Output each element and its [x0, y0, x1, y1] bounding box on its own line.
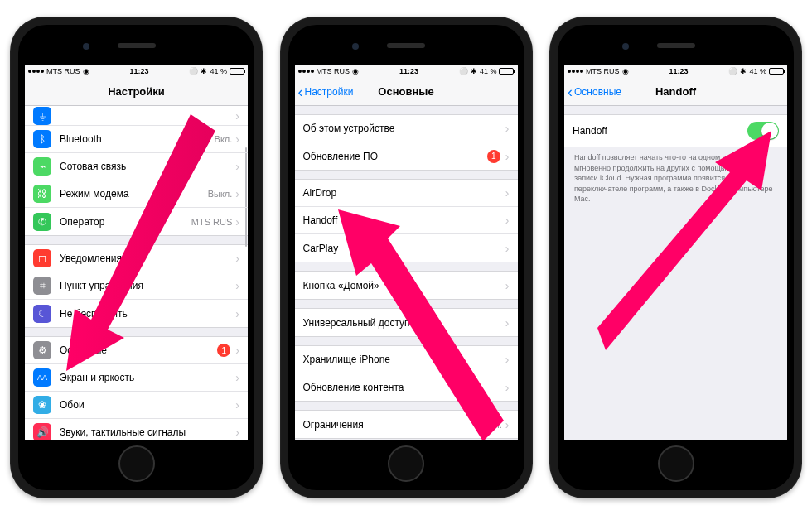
- battery-icon: [769, 68, 784, 75]
- status-time: 11:23: [669, 67, 688, 75]
- row-label: Уведомления: [60, 253, 235, 264]
- status-bar: MTS RUS ◉ 11:23 ⚪ ✱ 41 %: [295, 65, 518, 78]
- row-notifications[interactable]: ◻ Уведомления ›: [25, 245, 248, 272]
- chevron-right-icon: ›: [235, 160, 239, 173]
- back-label: Основные: [574, 86, 621, 98]
- chevron-right-icon: ›: [235, 398, 239, 412]
- bezel: MTS RUS ◉ 11:23 ⚪ ✱ 41 % Настройки ⏚: [18, 25, 254, 490]
- row-label: Handoff: [303, 214, 505, 226]
- row-label: Звуки, тактильные сигналы: [60, 426, 235, 438]
- row-label: Bluetooth: [60, 133, 215, 145]
- row-handoff[interactable]: Handoff ›: [295, 207, 518, 234]
- wifi-icon: ◉: [622, 67, 629, 75]
- row-label: Пункт управления: [60, 280, 235, 291]
- back-button[interactable]: ‹ Настройки: [298, 84, 354, 99]
- status-time: 11:23: [129, 67, 148, 75]
- chevron-right-icon: ›: [235, 187, 239, 200]
- bluetooth-icon: ⚪: [728, 67, 737, 75]
- row-display[interactable]: AA Экран и яркость ›: [25, 364, 248, 392]
- screen-handoff: MTS RUS ◉ 11:23 ⚪ ✱ 41 % ‹ Основные Hand…: [564, 65, 787, 440]
- chevron-right-icon: ›: [235, 279, 239, 292]
- chevron-right-icon: ›: [235, 215, 239, 229]
- row-restrictions[interactable]: Ограничения Выкл. ›: [295, 411, 518, 438]
- front-camera: [622, 43, 629, 50]
- row-storage[interactable]: Хранилище iPhone ›: [295, 346, 518, 373]
- back-button[interactable]: ‹ Основные: [568, 84, 621, 99]
- row-hotspot[interactable]: ⛓ Режим модема Выкл. ›: [25, 180, 248, 208]
- phone-icon: ✆: [33, 213, 51, 231]
- row-label: Ограничения: [303, 419, 478, 431]
- moon-icon: ☾: [33, 305, 51, 323]
- handoff-toggle[interactable]: [747, 122, 779, 140]
- row-control-center[interactable]: ⌗ Пункт управления ›: [25, 272, 248, 300]
- row-carrier[interactable]: ✆ Оператор MTS RUS ›: [25, 208, 248, 235]
- speaker-slot: [387, 43, 425, 48]
- signal-icon: [568, 70, 583, 73]
- phone-2: MTS RUS ◉ 11:23 ⚪ ✱ 41 % ‹ Настройки Осн…: [280, 17, 533, 498]
- row-wallpaper[interactable]: ❀ Обои ›: [25, 392, 248, 419]
- status-bar: MTS RUS ◉ 11:23 ⚪ ✱ 41 %: [564, 65, 787, 78]
- status-bar: MTS RUS ◉ 11:23 ⚪ ✱ 41 %: [25, 65, 248, 78]
- row-label: Обновление контента: [303, 382, 505, 393]
- chevron-right-icon: ›: [505, 418, 510, 431]
- back-label: Настройки: [305, 86, 354, 98]
- front-camera: [83, 43, 89, 50]
- antenna-icon: ⌁: [33, 157, 51, 176]
- row-wifi[interactable]: ⏚ ›: [25, 106, 248, 126]
- flower-icon: ❀: [33, 396, 51, 414]
- row-background-refresh[interactable]: Обновление контента ›: [295, 373, 518, 401]
- bluetooth-icon: ᛒ: [33, 130, 51, 148]
- signal-icon: [28, 70, 44, 73]
- row-accessibility[interactable]: Универсальный доступ ›: [295, 309, 518, 336]
- row-bluetooth[interactable]: ᛒ Bluetooth Вкл. ›: [25, 126, 248, 153]
- row-label: Об этом устройстве: [303, 123, 505, 134]
- battery-pct: 41 %: [749, 67, 766, 75]
- nfc-icon: ✱: [471, 67, 477, 75]
- badge: 1: [487, 150, 500, 163]
- carrier-label: MTS RUS: [317, 67, 350, 75]
- row-airdrop[interactable]: AirDrop ›: [295, 180, 518, 207]
- speaker-icon: 🔊: [33, 423, 51, 440]
- gear-icon: ⚙: [33, 341, 51, 359]
- hotspot-icon: ⛓: [33, 185, 51, 203]
- row-label: Обои: [60, 399, 235, 411]
- row-about[interactable]: Об этом устройстве ›: [295, 115, 518, 142]
- row-sounds[interactable]: 🔊 Звуки, тактильные сигналы ›: [25, 419, 248, 440]
- nav-bar: ‹ Настройки Основные: [295, 78, 518, 106]
- chevron-right-icon: ›: [505, 353, 510, 366]
- textsize-icon: AA: [33, 368, 51, 387]
- chevron-right-icon: ›: [235, 307, 239, 320]
- chevron-left-icon: ‹: [298, 84, 303, 99]
- row-label: Хранилище iPhone: [303, 354, 505, 365]
- row-label: Обновление ПО: [303, 151, 487, 162]
- phone-3: MTS RUS ◉ 11:23 ⚪ ✱ 41 % ‹ Основные Hand…: [549, 17, 802, 498]
- chevron-right-icon: ›: [505, 279, 510, 292]
- battery-pct: 41 %: [480, 67, 497, 75]
- front-camera: [352, 43, 359, 50]
- wifi-icon: ⏚: [33, 107, 51, 125]
- home-button[interactable]: [658, 445, 694, 482]
- settings-list[interactable]: ⏚ › ᛒ Bluetooth Вкл. › ⌁ Сотовая связь ›: [25, 106, 248, 440]
- row-general[interactable]: ⚙ Основные 1 ›: [25, 337, 248, 364]
- general-list[interactable]: Об этом устройстве › Обновление ПО 1 › A…: [295, 106, 518, 440]
- row-dnd[interactable]: ☾ Не беспокоить ›: [25, 300, 248, 327]
- row-label: CarPlay: [303, 243, 505, 254]
- row-software-update[interactable]: Обновление ПО 1 ›: [295, 142, 518, 170]
- carrier-label: MTS RUS: [46, 67, 80, 75]
- chevron-right-icon: ›: [235, 344, 239, 357]
- speaker-slot: [118, 43, 156, 48]
- nfc-icon: ✱: [740, 67, 747, 75]
- carrier-label: MTS RUS: [586, 67, 620, 75]
- home-button[interactable]: [118, 445, 155, 482]
- page-title: Настройки: [108, 85, 165, 98]
- chevron-right-icon: ›: [505, 150, 510, 163]
- row-carplay[interactable]: CarPlay ›: [295, 234, 518, 262]
- row-value: MTS RUS: [191, 217, 233, 227]
- row-handoff-toggle[interactable]: Handoff: [564, 115, 787, 147]
- page-title: Основные: [378, 85, 433, 98]
- row-label: Handoff: [573, 125, 747, 137]
- row-home-button[interactable]: Кнопка «Домой» ›: [295, 272, 518, 299]
- home-button[interactable]: [388, 445, 424, 482]
- chevron-right-icon: ›: [505, 186, 510, 200]
- row-cellular[interactable]: ⌁ Сотовая связь ›: [25, 153, 248, 180]
